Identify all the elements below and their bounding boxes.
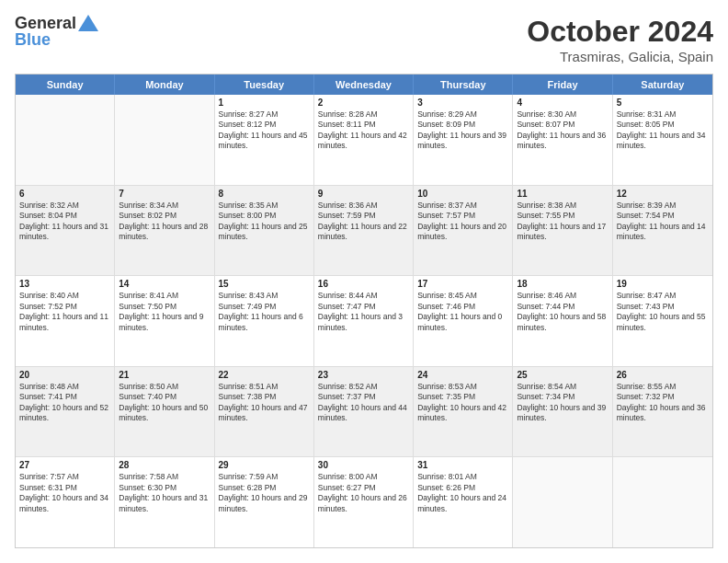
calendar-cell: 15Sunrise: 8:43 AM Sunset: 7:49 PM Dayli…: [215, 276, 314, 366]
calendar-cell: 23Sunrise: 8:52 AM Sunset: 7:37 PM Dayli…: [314, 367, 414, 457]
cell-text: Sunrise: 8:29 AM Sunset: 8:09 PM Dayligh…: [417, 109, 508, 152]
page: General Blue October 2024 Trasmiras, Gal…: [0, 0, 728, 563]
cell-text: Sunrise: 8:41 AM Sunset: 7:50 PM Dayligh…: [119, 291, 210, 333]
cell-text: Sunrise: 8:50 AM Sunset: 7:40 PM Dayligh…: [119, 382, 210, 424]
weekday-header: Wednesday: [314, 75, 414, 95]
cell-text: Sunrise: 8:34 AM Sunset: 8:02 PM Dayligh…: [119, 201, 210, 243]
calendar-cell: 27Sunrise: 7:57 AM Sunset: 6:31 PM Dayli…: [16, 457, 115, 547]
cell-text: Sunrise: 8:01 AM Sunset: 6:26 PM Dayligh…: [417, 472, 508, 514]
weekday-header: Friday: [513, 75, 612, 95]
calendar-header: SundayMondayTuesdayWednesdayThursdayFrid…: [16, 75, 712, 95]
header: General Blue October 2024 Trasmiras, Gal…: [15, 15, 713, 64]
day-number: 30: [318, 460, 409, 470]
calendar-cell: 20Sunrise: 8:48 AM Sunset: 7:41 PM Dayli…: [16, 367, 115, 457]
logo-icon: [78, 15, 98, 31]
day-number: 27: [19, 460, 110, 470]
logo-blue: Blue: [15, 31, 98, 50]
day-number: 20: [19, 370, 110, 380]
calendar-row: 6Sunrise: 8:32 AM Sunset: 8:04 PM Daylig…: [16, 185, 712, 276]
calendar-cell: 12Sunrise: 8:39 AM Sunset: 7:54 PM Dayli…: [613, 186, 712, 276]
cell-text: Sunrise: 8:52 AM Sunset: 7:37 PM Dayligh…: [318, 382, 409, 424]
calendar-cell: 10Sunrise: 8:37 AM Sunset: 7:57 PM Dayli…: [414, 186, 513, 276]
calendar-cell: [513, 457, 612, 547]
calendar-row: 13Sunrise: 8:40 AM Sunset: 7:52 PM Dayli…: [16, 275, 712, 366]
weekday-header: Tuesday: [215, 75, 314, 95]
calendar-cell: 4Sunrise: 8:30 AM Sunset: 8:07 PM Daylig…: [513, 95, 612, 185]
calendar-cell: 9Sunrise: 8:36 AM Sunset: 7:59 PM Daylig…: [314, 186, 414, 276]
cell-text: Sunrise: 8:51 AM Sunset: 7:38 PM Dayligh…: [219, 382, 310, 424]
calendar-cell: 16Sunrise: 8:44 AM Sunset: 7:47 PM Dayli…: [314, 276, 414, 366]
day-number: 13: [19, 279, 110, 289]
cell-text: Sunrise: 8:55 AM Sunset: 7:32 PM Dayligh…: [617, 382, 709, 424]
day-number: 8: [219, 189, 310, 199]
cell-text: Sunrise: 8:37 AM Sunset: 7:57 PM Dayligh…: [417, 201, 508, 243]
cell-text: Sunrise: 8:46 AM Sunset: 7:44 PM Dayligh…: [517, 291, 608, 333]
day-number: 3: [417, 98, 508, 108]
calendar-cell: 28Sunrise: 7:58 AM Sunset: 6:30 PM Dayli…: [115, 457, 214, 547]
day-number: 26: [617, 370, 709, 380]
day-number: 21: [119, 370, 210, 380]
cell-text: Sunrise: 8:40 AM Sunset: 7:52 PM Dayligh…: [19, 291, 110, 333]
calendar-cell: [613, 457, 712, 547]
day-number: 23: [318, 370, 409, 380]
day-number: 7: [119, 189, 210, 199]
svg-marker-0: [78, 15, 98, 31]
calendar-cell: 7Sunrise: 8:34 AM Sunset: 8:02 PM Daylig…: [115, 186, 214, 276]
weekday-header: Monday: [115, 75, 214, 95]
calendar-cell: 26Sunrise: 8:55 AM Sunset: 7:32 PM Dayli…: [613, 367, 712, 457]
day-number: 15: [219, 279, 310, 289]
cell-text: Sunrise: 8:44 AM Sunset: 7:47 PM Dayligh…: [318, 291, 409, 333]
calendar-cell: 24Sunrise: 8:53 AM Sunset: 7:35 PM Dayli…: [414, 367, 513, 457]
cell-text: Sunrise: 8:38 AM Sunset: 7:55 PM Dayligh…: [517, 201, 608, 243]
day-number: 19: [617, 279, 709, 289]
day-number: 12: [617, 189, 709, 199]
calendar-cell: 2Sunrise: 8:28 AM Sunset: 8:11 PM Daylig…: [314, 95, 414, 185]
cell-text: Sunrise: 7:59 AM Sunset: 6:28 PM Dayligh…: [219, 472, 310, 514]
day-number: 6: [19, 189, 110, 199]
calendar-cell: 13Sunrise: 8:40 AM Sunset: 7:52 PM Dayli…: [16, 276, 115, 366]
cell-text: Sunrise: 8:35 AM Sunset: 8:00 PM Dayligh…: [219, 201, 310, 243]
calendar-cell: 31Sunrise: 8:01 AM Sunset: 6:26 PM Dayli…: [414, 457, 513, 547]
day-number: 25: [517, 370, 608, 380]
cell-text: Sunrise: 8:00 AM Sunset: 6:27 PM Dayligh…: [318, 472, 409, 514]
calendar-cell: 18Sunrise: 8:46 AM Sunset: 7:44 PM Dayli…: [513, 276, 612, 366]
cell-text: Sunrise: 8:47 AM Sunset: 7:43 PM Dayligh…: [617, 291, 709, 333]
day-number: 14: [119, 279, 210, 289]
cell-text: Sunrise: 7:58 AM Sunset: 6:30 PM Dayligh…: [119, 472, 210, 514]
cell-text: Sunrise: 8:45 AM Sunset: 7:46 PM Dayligh…: [417, 291, 508, 333]
day-number: 1: [219, 98, 310, 108]
calendar-cell: 30Sunrise: 8:00 AM Sunset: 6:27 PM Dayli…: [314, 457, 414, 547]
day-number: 5: [617, 98, 709, 108]
cell-text: Sunrise: 8:39 AM Sunset: 7:54 PM Dayligh…: [617, 201, 709, 243]
day-number: 29: [219, 460, 310, 470]
cell-text: Sunrise: 8:28 AM Sunset: 8:11 PM Dayligh…: [318, 109, 409, 152]
day-number: 4: [517, 98, 608, 108]
day-number: 18: [517, 279, 608, 289]
cell-text: Sunrise: 8:43 AM Sunset: 7:49 PM Dayligh…: [219, 291, 310, 333]
cell-text: Sunrise: 8:36 AM Sunset: 7:59 PM Dayligh…: [318, 201, 409, 243]
cell-text: Sunrise: 8:27 AM Sunset: 8:12 PM Dayligh…: [219, 109, 310, 152]
calendar-cell: [16, 95, 115, 185]
day-number: 2: [318, 98, 409, 108]
calendar-cell: 5Sunrise: 8:31 AM Sunset: 8:05 PM Daylig…: [613, 95, 712, 185]
calendar-cell: 3Sunrise: 8:29 AM Sunset: 8:09 PM Daylig…: [414, 95, 513, 185]
day-number: 28: [119, 460, 210, 470]
page-subtitle: Trasmiras, Galicia, Spain: [527, 49, 713, 64]
title-block: October 2024 Trasmiras, Galicia, Spain: [527, 15, 713, 64]
cell-text: Sunrise: 8:48 AM Sunset: 7:41 PM Dayligh…: [19, 382, 110, 424]
calendar-cell: [115, 95, 214, 185]
logo: General Blue: [15, 15, 98, 50]
calendar-cell: 22Sunrise: 8:51 AM Sunset: 7:38 PM Dayli…: [215, 367, 314, 457]
day-number: 22: [219, 370, 310, 380]
calendar-cell: 8Sunrise: 8:35 AM Sunset: 8:00 PM Daylig…: [215, 186, 314, 276]
calendar-cell: 17Sunrise: 8:45 AM Sunset: 7:46 PM Dayli…: [414, 276, 513, 366]
calendar-cell: 6Sunrise: 8:32 AM Sunset: 8:04 PM Daylig…: [16, 186, 115, 276]
cell-text: Sunrise: 8:54 AM Sunset: 7:34 PM Dayligh…: [517, 382, 608, 424]
weekday-header: Saturday: [613, 75, 712, 95]
cell-text: Sunrise: 8:32 AM Sunset: 8:04 PM Dayligh…: [19, 201, 110, 243]
cell-text: Sunrise: 8:31 AM Sunset: 8:05 PM Dayligh…: [617, 109, 709, 152]
day-number: 10: [417, 189, 508, 199]
calendar-row: 1Sunrise: 8:27 AM Sunset: 8:12 PM Daylig…: [16, 95, 712, 185]
calendar-body: 1Sunrise: 8:27 AM Sunset: 8:12 PM Daylig…: [16, 95, 712, 547]
calendar-row: 27Sunrise: 7:57 AM Sunset: 6:31 PM Dayli…: [16, 456, 712, 547]
